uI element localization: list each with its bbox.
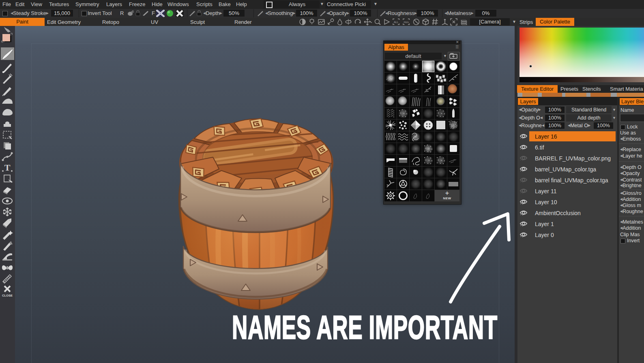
svg-text:ALL: ALL: [394, 21, 399, 23]
svg-text:T: T: [4, 162, 11, 173]
svg-text:PEN: PEN: [404, 21, 409, 23]
svg-text:CLOSE: CLOSE: [2, 294, 13, 297]
